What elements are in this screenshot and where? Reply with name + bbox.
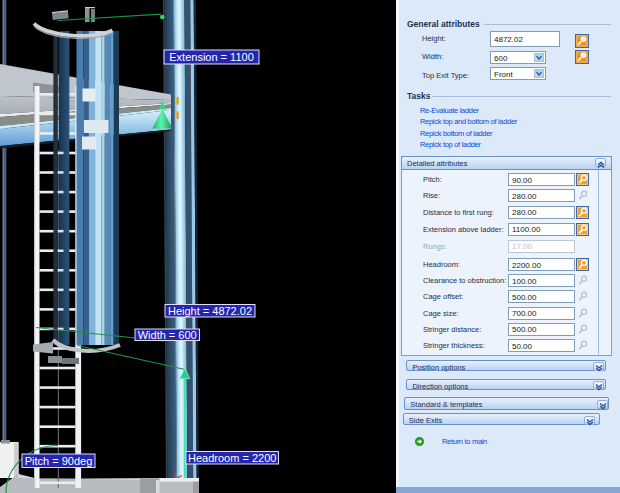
svg-text:Height = 4872.02: Height = 4872.02 [168, 305, 252, 317]
svg-text:Pitch = 90deg: Pitch = 90deg [25, 455, 93, 467]
svg-text:Extension = 1100: Extension = 1100 [169, 51, 254, 63]
svg-text:Headroom = 2200: Headroom = 2200 [188, 452, 276, 464]
svg-text:Width = 600: Width = 600 [138, 329, 197, 341]
